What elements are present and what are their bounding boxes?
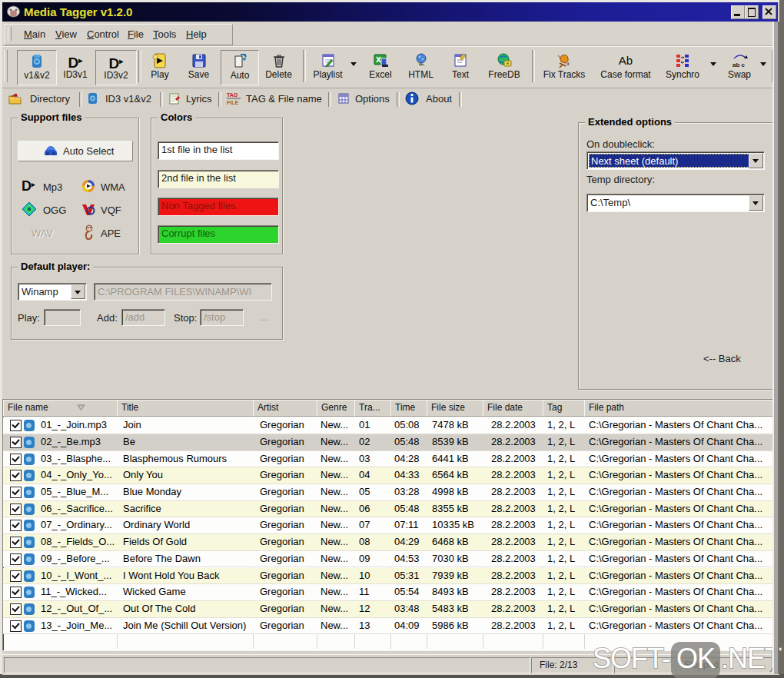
svg-text:d: d: [566, 61, 569, 66]
svg-text:FILE: FILE: [227, 100, 238, 105]
svg-text:ab c: ab c: [733, 61, 746, 68]
svg-text:TAG: TAG: [227, 92, 238, 98]
